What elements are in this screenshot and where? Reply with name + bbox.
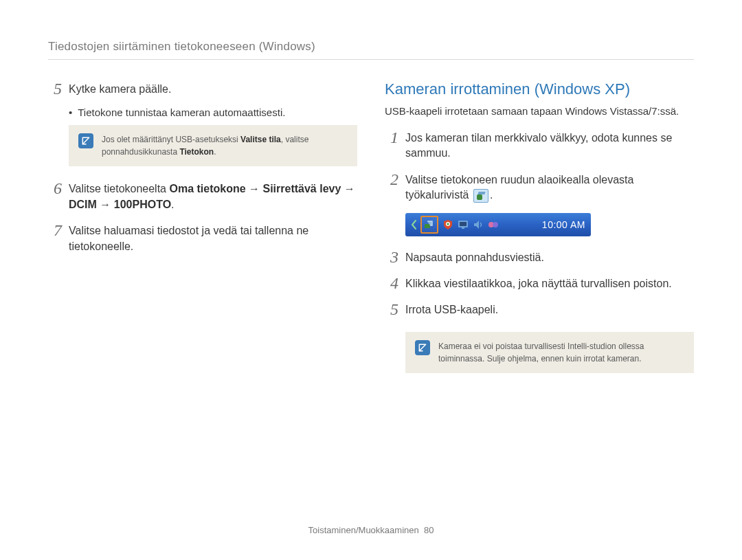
taskbar-clock: 10:00 AM (542, 219, 585, 230)
step-text: Irrota USB-kaapeli. (405, 301, 498, 317)
svg-rect-4 (460, 222, 466, 226)
columns: 5 Kytke kamera päälle. • Tietokone tunni… (48, 80, 694, 373)
note-icon (415, 340, 430, 355)
step-text: Jos kameran tilan merkkivalo välkkyy, od… (405, 129, 694, 161)
step-number: 7 (48, 222, 62, 254)
svg-rect-5 (462, 227, 464, 229)
step-text: Valitse haluamasi tiedostot ja vedä tai … (69, 222, 357, 254)
step-text: Napsauta ponnahdusviestiä. (405, 249, 544, 265)
step-6: 6 Valitse tietokoneelta Oma tietokone → … (48, 180, 357, 212)
safely-remove-hardware-icon (420, 216, 438, 234)
safely-remove-icon (473, 189, 488, 203)
svg-rect-0 (425, 224, 430, 228)
chevron-icon (408, 216, 420, 233)
bullet-dot: • (69, 107, 72, 118)
section-subtitle: USB-kaapeli irrotetaan samaan tapaan Win… (385, 104, 694, 118)
tray-icon-monitor (457, 219, 469, 231)
step-3: 3 Napsauta ponnahdusviestiä. (385, 249, 694, 265)
breadcrumb: Tiedostojen siirtäminen tietokoneeseen (… (48, 40, 694, 54)
step-number: 1 (385, 129, 398, 161)
step-number: 3 (385, 249, 398, 265)
section-title: Kameran irrottaminen (Windows XP) (385, 80, 694, 98)
step-text: Klikkaa viestilaatikkoa, joka näyttää tu… (405, 275, 672, 291)
note-text: Jos olet määrittänyt USB-asetukseksi Val… (102, 133, 348, 158)
page-footer: Toistaminen/Muokkaaminen 80 (0, 525, 742, 535)
left-column: 5 Kytke kamera päälle. • Tietokone tunni… (48, 80, 357, 373)
right-column: Kameran irrottaminen (Windows XP) USB-ka… (385, 80, 694, 373)
step-5: 5 Kytke kamera päälle. (48, 80, 357, 97)
divider (48, 59, 694, 60)
step-5-right: 5 Irrota USB-kaapeli. (385, 301, 694, 317)
note-icon (78, 133, 93, 148)
tray-icon-shield (442, 219, 454, 231)
note-box-2: Kameraa ei voi poistaa turvallisesti Int… (405, 332, 694, 373)
svg-point-7 (493, 222, 498, 227)
tray-icon-generic (487, 219, 499, 231)
footer-section: Toistaminen/Muokkaaminen (308, 525, 419, 535)
step-text: Valitse tietokoneen ruudun alaoikealla o… (405, 171, 694, 203)
step-number: 4 (385, 275, 398, 291)
step-number: 2 (385, 171, 398, 203)
svg-point-2 (447, 223, 449, 225)
step-1: 1 Jos kameran tilan merkkivalo välkkyy, … (385, 129, 694, 161)
note-text: Kameraa ei voi poistaa turvallisesti Int… (438, 340, 684, 365)
step-text: Valitse tietokoneelta Oma tietokone → Si… (69, 180, 357, 212)
taskbar-screenshot: 10:00 AM (405, 213, 591, 236)
step-number: 5 (48, 80, 62, 97)
step-4: 4 Klikkaa viestilaatikkoa, joka näyttää … (385, 275, 694, 291)
step-number: 5 (385, 301, 398, 317)
note-box-1: Jos olet määrittänyt USB-asetukseksi Val… (69, 125, 357, 166)
footer-page-number: 80 (424, 525, 434, 535)
step-5-sub-bullet: • Tietokone tunnistaa kameran automaatti… (69, 107, 357, 118)
bullet-text: Tietokone tunnistaa kameran automaattise… (78, 107, 285, 118)
step-number: 6 (48, 180, 62, 212)
step-7: 7 Valitse haluamasi tiedostot ja vedä ta… (48, 222, 357, 254)
page: Tiedostojen siirtäminen tietokoneeseen (… (0, 0, 742, 560)
step-2: 2 Valitse tietokoneen ruudun alaoikealla… (385, 171, 694, 203)
step-text: Kytke kamera päälle. (69, 80, 171, 97)
tray-icon-volume (472, 219, 484, 231)
